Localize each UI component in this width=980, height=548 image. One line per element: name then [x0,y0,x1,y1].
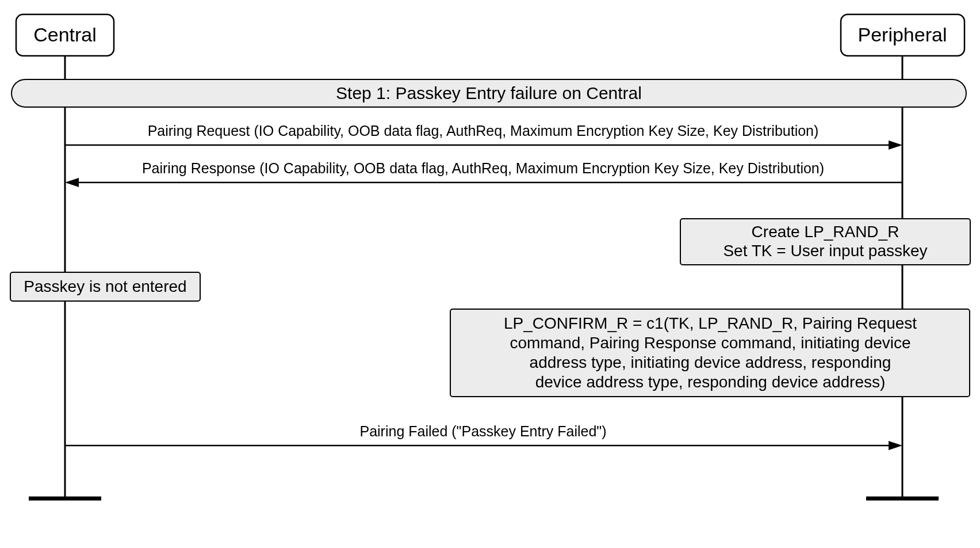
msg-pairing-response: Pairing Response (IO Capability, OOB dat… [142,160,824,176]
note-lpconfirm-line1: LP_CONFIRM_R = c1(TK, LP_RAND_R, Pairing… [504,314,917,332]
step-title: Step 1: Passkey Entry failure on Central [336,83,642,102]
note-passkey-not-entered-text: Passkey is not entered [24,277,186,295]
sequence-diagram: Central Peripheral Step 1: Passkey Entry… [0,0,980,548]
msg-pairing-failed: Pairing Failed ("Passkey Entry Failed") [359,423,606,439]
arrowhead-pairing-request [889,140,902,150]
participant-peripheral-label: Peripheral [858,24,947,45]
msg-pairing-request: Pairing Request (IO Capability, OOB data… [148,123,819,139]
note-create-lprand-line1: Create LP_RAND_R [752,223,899,241]
arrowhead-pairing-response [65,178,79,187]
note-create-lprand-line2: Set TK = User input passkey [723,242,927,260]
arrowhead-pairing-failed [889,441,902,450]
note-lpconfirm-line3: address type, initiating device address,… [530,353,891,371]
note-lpconfirm-line2: command, Pairing Response command, initi… [510,334,910,352]
note-lpconfirm-line4: device address type, responding device a… [535,373,886,391]
participant-central-label: Central [33,24,97,45]
